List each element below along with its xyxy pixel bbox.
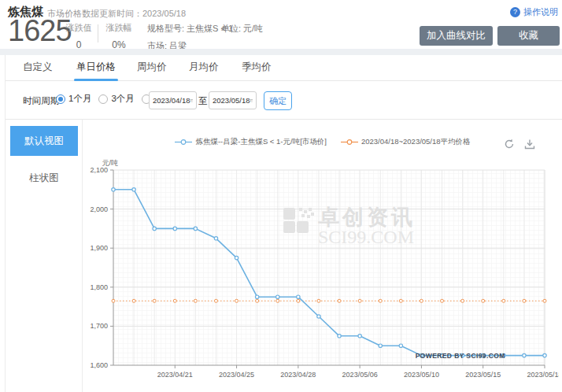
download-icon[interactable]	[524, 139, 535, 150]
tab-bar: 自定义 单日价格 周均价 月均价 季均价	[6, 55, 562, 81]
calendar-icon	[250, 97, 253, 104]
tab-weekly-avg[interactable]: 周均价	[137, 55, 167, 81]
radio-label: 3个月	[111, 93, 134, 105]
help-link[interactable]: ? 操作说明	[510, 6, 558, 18]
update-time-label: 数据更新时间：	[82, 9, 142, 18]
sidebar-item-default-view[interactable]: 默认视图	[10, 126, 78, 156]
filter-row: 时间周期 1个月 3个月 1年 2023/04/18 至 2023/05/18 …	[6, 82, 562, 120]
update-time-value: 2023/05/18	[142, 9, 186, 18]
favorite-button[interactable]: 收藏	[497, 26, 560, 46]
chart-panel: 炼焦煤--吕梁-主焦煤S < 1-元/吨[市场价] 2023/04/18~202…	[83, 120, 562, 392]
svg-text:2,100: 2,100	[90, 166, 108, 174]
svg-text:2023/05/06: 2023/05/06	[342, 371, 378, 379]
to-label: 至	[198, 95, 208, 107]
end-date-value: 2023/05/18	[213, 96, 250, 105]
divider-band	[0, 49, 562, 55]
add-compare-button[interactable]: 加入曲线对比	[420, 26, 493, 46]
line-marker-icon	[175, 139, 192, 146]
change-value-label: 涨跌值	[63, 22, 94, 34]
legend-label: 炼焦煤--吕梁-主焦煤S < 1-元/吨[市场价]	[195, 137, 327, 147]
line-marker-icon	[341, 139, 358, 146]
content: 默认视图 柱状图 炼焦煤--吕梁-主焦煤S < 1-元/吨[市场价] 2023/…	[6, 120, 562, 392]
unit-label: 单位: 元/吨	[221, 23, 263, 35]
sidebar-item-bar-chart[interactable]: 柱状图	[10, 170, 78, 186]
price-chart[interactable]: 1,6001,7001,8001,9002,0002,1002023/04/21…	[85, 159, 559, 392]
tab-quarterly-avg[interactable]: 季均价	[242, 55, 272, 81]
svg-text:2,000: 2,000	[90, 205, 108, 213]
svg-text:1,900: 1,900	[90, 244, 108, 252]
header: 炼焦煤 市场价格 数据更新时间：2023/05/18 1625 涨跌值 0 涨跌…	[0, 0, 562, 49]
help-label: 操作说明	[523, 6, 558, 18]
spec-label: 规格型号: 主焦煤S < 1	[147, 23, 233, 35]
radio-1-month[interactable]: 1个月	[56, 93, 91, 105]
svg-text:POWERED BY SCI99.COM: POWERED BY SCI99.COM	[416, 352, 505, 360]
change-pct-block: 涨跌幅 0%	[103, 22, 135, 50]
svg-text:2023/05/18: 2023/05/18	[527, 371, 559, 379]
calendar-icon	[190, 97, 193, 104]
period-label: 时间周期	[23, 95, 59, 107]
confirm-button[interactable]: 确定	[264, 91, 292, 110]
svg-text:1,800: 1,800	[90, 283, 108, 291]
question-circle-icon: ?	[510, 7, 520, 17]
svg-text:2023/05/10: 2023/05/10	[404, 371, 439, 379]
svg-text:1,700: 1,700	[90, 322, 108, 330]
tab-monthly-avg[interactable]: 月均价	[189, 55, 219, 81]
chart-toolbar	[504, 139, 535, 150]
spec-block: 规格型号: 主焦煤S < 1 市场: 吕梁	[147, 23, 233, 52]
radio-icon	[56, 94, 65, 104]
tab-daily-price[interactable]: 单日价格	[76, 55, 116, 81]
end-date-input[interactable]: 2023/05/18	[209, 91, 257, 109]
change-pct-label: 涨跌幅	[103, 22, 135, 34]
tab-custom[interactable]: 自定义	[23, 55, 53, 81]
svg-text:2023/05/15: 2023/05/15	[465, 371, 501, 379]
refresh-icon[interactable]	[504, 139, 515, 150]
divider	[98, 24, 98, 43]
chart-legend: 炼焦煤--吕梁-主焦煤S < 1-元/吨[市场价] 2023/04/18~202…	[83, 137, 562, 147]
svg-text:2023/04/25: 2023/04/25	[219, 371, 254, 379]
svg-text:2023/04/28: 2023/04/28	[280, 371, 316, 379]
change-value-block: 涨跌值 0	[63, 22, 94, 50]
svg-text:2023/04/21: 2023/04/21	[157, 371, 193, 379]
start-date-input[interactable]: 2023/04/18	[149, 91, 197, 109]
page: 炼焦煤 市场价格 数据更新时间：2023/05/18 1625 涨跌值 0 涨跌…	[0, 0, 562, 392]
start-date-value: 2023/04/18	[153, 96, 190, 105]
legend-label: 2023/04/18~2023/05/18平均价格	[361, 137, 471, 147]
legend-item-price-series[interactable]: 炼焦煤--吕梁-主焦煤S < 1-元/吨[市场价]	[175, 137, 327, 147]
legend-item-average-series[interactable]: 2023/04/18~2023/05/18平均价格	[341, 137, 471, 147]
radio-3-month[interactable]: 3个月	[98, 93, 134, 105]
view-sidebar: 默认视图 柱状图	[6, 120, 83, 392]
current-price: 1625	[8, 16, 72, 46]
svg-text:卓创资讯: 卓创资讯	[318, 205, 416, 229]
radio-icon	[98, 94, 108, 104]
svg-text:SCI99.COM: SCI99.COM	[318, 227, 414, 247]
svg-text:1,600: 1,600	[90, 361, 108, 369]
svg-text:元/吨: 元/吨	[102, 159, 118, 167]
update-time: 数据更新时间：2023/05/18	[82, 8, 186, 20]
radio-label: 1个月	[68, 93, 91, 105]
